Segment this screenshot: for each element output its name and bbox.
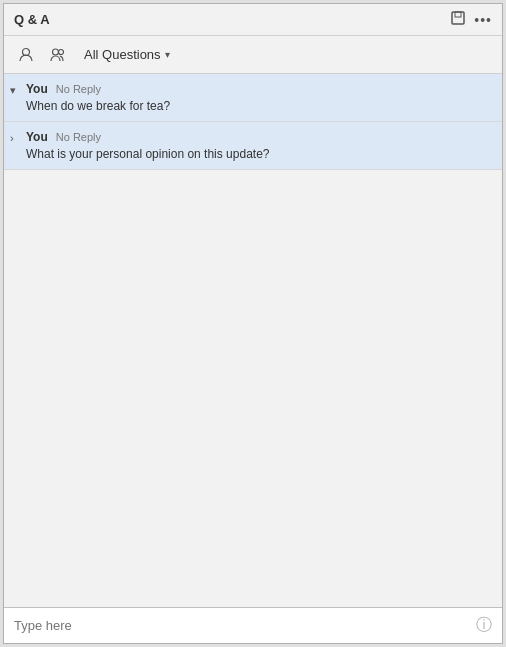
my-questions-button[interactable] [12, 42, 40, 68]
question-text: What is your personal opinion on this up… [26, 147, 492, 161]
question-status: No Reply [56, 131, 101, 143]
message-input[interactable] [14, 618, 476, 633]
question-text: When do we break for tea? [26, 99, 492, 113]
questions-list: ▾ You No Reply When do we break for tea?… [4, 74, 502, 607]
input-area: ⓘ [4, 607, 502, 643]
expand-arrow-icon: ▾ [10, 84, 22, 97]
question-item[interactable]: › You No Reply What is your personal opi… [4, 122, 502, 170]
title-actions: ••• [450, 10, 492, 30]
question-item[interactable]: ▾ You No Reply When do we break for tea? [4, 74, 502, 122]
filter-dropdown[interactable]: All Questions ▾ [76, 44, 178, 65]
toolbar: All Questions ▾ [4, 36, 502, 74]
question-content: You No Reply What is your personal opini… [26, 130, 492, 161]
question-author: You [26, 130, 48, 144]
expand-arrow-icon: › [10, 132, 22, 144]
svg-point-4 [59, 49, 64, 54]
svg-point-3 [53, 49, 59, 55]
title-bar: Q & A ••• [4, 4, 502, 36]
question-meta: You No Reply [26, 130, 492, 144]
question-status: No Reply [56, 83, 101, 95]
chevron-down-icon: ▾ [165, 49, 170, 60]
expand-icon[interactable] [450, 10, 466, 30]
send-icon[interactable]: ⓘ [476, 615, 492, 636]
qa-window: Q & A ••• [3, 3, 503, 644]
window-title: Q & A [14, 12, 50, 27]
more-icon[interactable]: ••• [474, 12, 492, 28]
all-questions-button[interactable] [44, 42, 72, 68]
question-content: You No Reply When do we break for tea? [26, 82, 492, 113]
svg-rect-0 [452, 12, 464, 24]
question-author: You [26, 82, 48, 96]
question-meta: You No Reply [26, 82, 492, 96]
filter-label: All Questions [84, 47, 161, 62]
